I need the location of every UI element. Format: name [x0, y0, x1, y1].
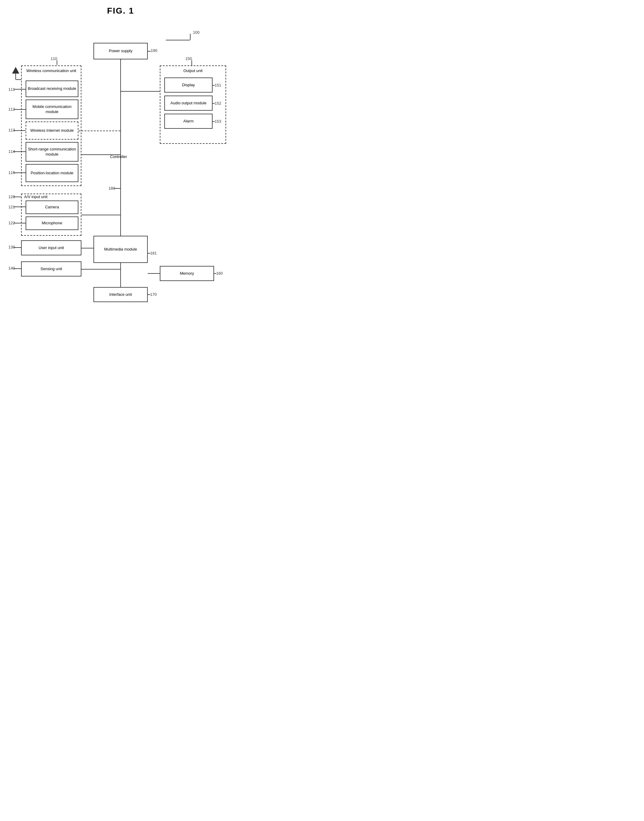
- camera-box: Camera: [26, 201, 78, 214]
- antenna-triangle: [12, 67, 19, 74]
- display-box: Display: [164, 78, 213, 93]
- memory-box: Memory: [160, 266, 214, 281]
- ref-152: 152: [215, 101, 221, 106]
- ref-110: 110: [51, 57, 57, 61]
- av-input-label: A/V input unit: [23, 195, 80, 199]
- sensing-unit-box: Sensing unit: [21, 261, 81, 276]
- alarm-box: Alarm: [164, 114, 213, 129]
- user-input-box: User input unit: [21, 240, 81, 255]
- antenna-stick: [15, 74, 16, 80]
- page-title: FIG. 1: [6, 6, 235, 16]
- controller-label: Controller: [110, 155, 127, 159]
- ref-160: 160: [216, 271, 223, 276]
- short-range-box: Short-range communication module: [26, 142, 78, 162]
- ref-181: 181: [150, 251, 157, 255]
- wireless-comm-unit-label: Wireless communication unit: [24, 69, 78, 74]
- ref-190: 190: [151, 48, 157, 53]
- power-supply-box: Power supply: [94, 43, 148, 60]
- multimedia-box: Multimedia module: [94, 236, 148, 263]
- broadcast-receiving-box: Broadcast receiving module: [26, 81, 78, 97]
- position-location-box: Position-location module: [26, 164, 78, 182]
- ref-170: 170: [150, 292, 157, 297]
- ref-150: 150: [186, 57, 192, 61]
- ref-153: 153: [215, 119, 221, 124]
- microphone-box: Microphone: [26, 216, 78, 230]
- audio-output-box: Audio output module: [164, 96, 213, 111]
- wireless-internet-box: Wireless Internet module: [26, 121, 78, 139]
- mobile-comm-box: Mobile communication module: [26, 100, 78, 119]
- ref-100: 100: [193, 30, 199, 35]
- interface-box: Interface unit: [94, 287, 148, 302]
- output-unit-label: Output unit: [161, 69, 225, 73]
- ref-151: 151: [215, 83, 221, 87]
